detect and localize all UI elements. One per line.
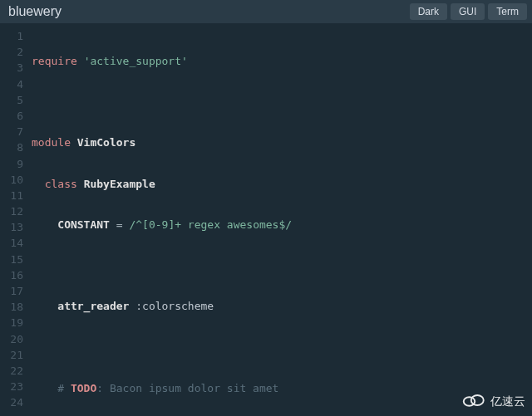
- line-number: 14: [0, 235, 23, 251]
- code-editor: 1 2 3 4 5 6 7 8 9 10 11 12 13 14 15 16 1…: [0, 23, 532, 416]
- line-number: 12: [0, 203, 23, 219]
- line-number: 5: [0, 92, 23, 108]
- line-number: 17: [0, 283, 23, 299]
- svg-point-1: [471, 395, 484, 405]
- line-number-gutter: 1 2 3 4 5 6 7 8 9 10 11 12 13 14 15 16 1…: [0, 28, 23, 416]
- code-line: [32, 339, 494, 355]
- code-line: CONSTANT = /^[0-9]+ regex awesomes$/: [32, 217, 494, 232]
- code-line: # TODO: Bacon ipsum dolor sit amet: [32, 380, 494, 396]
- code-line: [32, 257, 494, 273]
- line-number: 6: [0, 108, 23, 124]
- code-line: [32, 94, 494, 110]
- cloud-icon: [461, 392, 485, 411]
- line-number: 10: [0, 172, 23, 188]
- line-number: 20: [0, 331, 23, 347]
- line-number: 24: [0, 394, 23, 410]
- gui-button[interactable]: GUI: [451, 3, 485, 20]
- line-number: 23: [0, 379, 23, 394]
- dark-button[interactable]: Dark: [410, 3, 447, 20]
- line-number: 9: [0, 156, 23, 172]
- code-line: require 'active_support': [32, 53, 494, 69]
- code-line: class RubyExample: [32, 176, 494, 192]
- code-area[interactable]: require 'active_support' module VimColor…: [23, 28, 494, 416]
- line-number: 19: [0, 315, 23, 330]
- line-number: 15: [0, 252, 23, 267]
- line-number: 22: [0, 363, 23, 379]
- line-number: 16: [0, 267, 23, 283]
- watermark: 亿速云: [461, 392, 525, 411]
- line-number: 11: [0, 188, 23, 203]
- code-line: attr_reader :colorscheme: [32, 298, 494, 314]
- line-number: 8: [0, 139, 23, 155]
- line-number: 3: [0, 60, 23, 76]
- line-number: 4: [0, 76, 23, 92]
- line-number: 13: [0, 219, 23, 235]
- line-number: 7: [0, 124, 23, 139]
- line-number: 21: [0, 347, 23, 363]
- theme-title: bluewery: [5, 4, 62, 19]
- watermark-text: 亿速云: [490, 394, 525, 409]
- header-buttons: Dark GUI Term: [410, 3, 527, 20]
- term-button[interactable]: Term: [488, 3, 527, 20]
- title-bar: bluewery Dark GUI Term: [0, 0, 532, 23]
- line-number: 1: [0, 28, 23, 44]
- code-line: module VimColors: [32, 135, 494, 150]
- line-number: 2: [0, 44, 23, 60]
- line-number: 18: [0, 299, 23, 315]
